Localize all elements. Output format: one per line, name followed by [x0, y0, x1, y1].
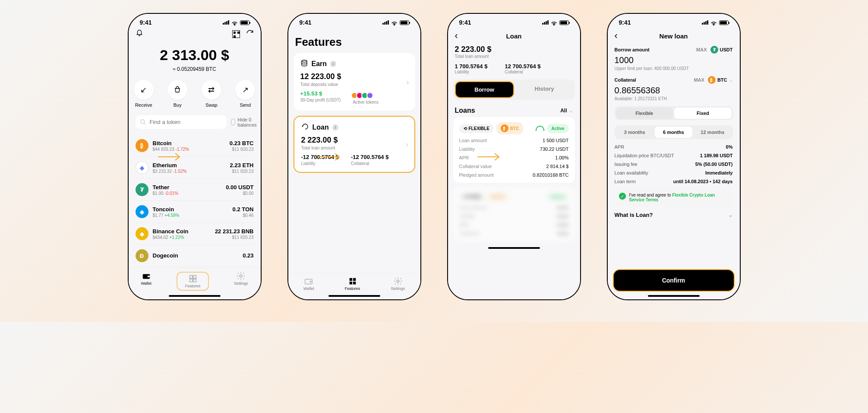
- term-12m[interactable]: 12 months: [694, 127, 731, 138]
- token-row[interactable]: ◆ Etherium $3 210.32 -1.52% 2.23 ETH $11…: [136, 157, 254, 179]
- svg-point-0: [140, 120, 144, 124]
- borrow-currency-select[interactable]: ₮ USDT: [710, 46, 733, 54]
- stage: 9:41 2 313.00 $ ≈ 0.05209459 BTC ↙Receiv…: [13, 13, 855, 300]
- balance-block: 2 313.00 $ ≈ 0.05209459 BTC: [129, 47, 261, 72]
- confirm-button[interactable]: Confirm: [613, 269, 735, 292]
- nav-wallet[interactable]: Wallet: [141, 272, 152, 291]
- qr-icon[interactable]: [232, 30, 240, 38]
- borrow-input[interactable]: 1000: [615, 55, 733, 65]
- home-indicator[interactable]: [648, 295, 700, 297]
- back-button[interactable]: ‹: [455, 30, 465, 41]
- nav-wallet[interactable]: Wallet: [303, 277, 314, 291]
- wifi-icon: [391, 20, 398, 25]
- token-fiat: $11 820.23: [230, 147, 254, 152]
- back-button[interactable]: ‹: [615, 30, 625, 41]
- checkbox-icon: [231, 119, 235, 125]
- send-button[interactable]: ↗Send: [235, 80, 255, 108]
- loan-value-sub: Total loan amount: [301, 146, 407, 150]
- agree-row[interactable]: ✓ I've read and agree to Flexible Crypto…: [615, 188, 733, 206]
- term-tabs: 3 months 6 months 12 months: [615, 125, 733, 139]
- svg-point-15: [397, 280, 399, 283]
- max-button[interactable]: MAX: [696, 47, 707, 52]
- receive-button[interactable]: ↙Receive: [134, 80, 154, 108]
- loan-item-1[interactable]: ⟲ FLEXIBLE ₿ BTC Active Loan amount1 500…: [453, 117, 575, 183]
- filter-dropdown[interactable]: All ⌄: [560, 108, 573, 114]
- phone-wallet: 9:41 2 313.00 $ ≈ 0.05209459 BTC ↙Receiv…: [128, 13, 262, 300]
- nav-settings[interactable]: Settings: [234, 272, 248, 291]
- loan-coin-badge: ₿ BTC: [496, 122, 524, 134]
- token-row[interactable]: ◆ Binance Coin $434.02 +1.22% 22 231.23 …: [136, 223, 254, 245]
- mode-flexible[interactable]: Flexible: [616, 108, 673, 119]
- tab-history[interactable]: History: [516, 81, 573, 98]
- signal-icon: [702, 20, 708, 25]
- phone-loan: 9:41 ‹ Loan 2 223.00 $ Total loan amount…: [447, 13, 581, 300]
- token-fiat: $11 820.23: [230, 169, 254, 174]
- loan-item-2-blurred: ⟲ FIXED₿ BTCActive Loan amountxxxxx Liab…: [453, 187, 575, 241]
- refresh-icon[interactable]: [246, 29, 254, 39]
- chevron-right-icon: ›: [407, 77, 409, 86]
- term-3m[interactable]: 3 months: [616, 127, 653, 138]
- total-loan: 2 223.00 $: [455, 45, 573, 54]
- earn-card[interactable]: Earn i 12 223.00 $ Total deposits value …: [294, 53, 415, 111]
- collateral-currency-select[interactable]: ₿ BTC ⌄: [708, 76, 733, 84]
- collateral-input[interactable]: 0.86556368: [615, 86, 733, 95]
- mode-fixed[interactable]: Fixed: [674, 108, 732, 119]
- info-icon[interactable]: i: [332, 124, 338, 130]
- info-row: Issuing fee5% (50.00 USDT): [615, 162, 733, 167]
- home-indicator[interactable]: [169, 295, 221, 297]
- term-6m[interactable]: 6 months: [655, 127, 692, 138]
- search-input[interactable]: [150, 119, 222, 125]
- what-is-loan[interactable]: What is Loan? ⌄: [615, 206, 733, 223]
- nav-features[interactable]: Features: [177, 272, 209, 291]
- battery-icon: [559, 20, 569, 25]
- home-indicator[interactable]: [488, 247, 540, 249]
- phone-features: 9:41 Features Earn i 12 223.00 $ Total d…: [287, 13, 421, 300]
- home-indicator[interactable]: [328, 295, 380, 297]
- token-price: $434.02 +1.22%: [153, 235, 215, 240]
- token-row[interactable]: Ð Dogecoin 0.23: [136, 245, 254, 267]
- notifications-icon[interactable]: [136, 29, 143, 39]
- earn-profit-sub: 30-Day profit (USDT): [300, 98, 341, 102]
- flow-arrow-3: [477, 150, 502, 163]
- buy-button[interactable]: Buy: [167, 80, 187, 108]
- chevron-down-icon: ⌄: [569, 108, 573, 114]
- token-amount: 0.23 BTC: [230, 140, 254, 146]
- svg-rect-12: [353, 278, 355, 281]
- svg-rect-14: [353, 282, 355, 284]
- token-amount: 22 231.23 BNB: [215, 228, 254, 235]
- nav-features[interactable]: Features: [345, 277, 360, 291]
- collateral-label: Collateral: [615, 77, 636, 83]
- token-icon: Ð: [136, 249, 148, 262]
- loan-card[interactable]: Loan i 2 223.00 $ Total loan amount -12 …: [294, 116, 415, 173]
- loan-value: 2 223.00 $: [301, 136, 407, 145]
- token-icon: ₮: [136, 183, 148, 196]
- token-row[interactable]: ₿ Bitcoin $44 820.23 -1.72% 0.23 BTC $11…: [136, 135, 254, 157]
- borrow-amount-field: Borrow amount MAX ₮ USDT 1000 Upper limi…: [615, 46, 733, 71]
- search-box[interactable]: [136, 115, 227, 129]
- active-tokens-icons: [353, 92, 378, 99]
- balance-sub: ≈ 0.05209459 BTC: [129, 66, 261, 72]
- token-icon: ◈: [136, 205, 148, 218]
- wifi-icon: [231, 20, 238, 25]
- swap-button[interactable]: ⇄Swap: [202, 80, 221, 108]
- liability-value: 1 700.5764 $: [455, 63, 488, 70]
- nav-settings[interactable]: Settings: [391, 277, 405, 291]
- token-name: Binance Coin: [153, 228, 215, 235]
- token-row[interactable]: ◈ Toncoin $1.77 +4.59% 0.2 TON $0.46: [136, 201, 254, 223]
- tab-borrow[interactable]: Borrow: [455, 81, 514, 98]
- loan-collateral: -12 700.5764 $: [351, 154, 388, 160]
- wifi-icon: [551, 20, 557, 25]
- earn-value-sub: Total deposits value: [300, 82, 408, 87]
- loan-tabs: Borrow History: [453, 79, 575, 100]
- flex-icon: ⟲: [464, 126, 467, 131]
- svg-point-10: [310, 281, 312, 283]
- token-row[interactable]: ₮ Tether $1.00 -0.01% 0.00 USDT $0.00: [136, 179, 254, 201]
- token-amount: 0.23: [243, 252, 253, 259]
- info-icon[interactable]: i: [330, 61, 336, 67]
- signal-icon: [542, 20, 549, 25]
- max-button[interactable]: MAX: [694, 77, 704, 83]
- agree-text: I've read and agree to Flexible Crypto L…: [629, 193, 729, 202]
- bottom-nav: Wallet Features Settings: [129, 268, 261, 293]
- hide-zero-toggle[interactable]: Hide 0 balances: [231, 117, 259, 127]
- token-list: ₿ Bitcoin $44 820.23 -1.72% 0.23 BTC $11…: [136, 135, 254, 267]
